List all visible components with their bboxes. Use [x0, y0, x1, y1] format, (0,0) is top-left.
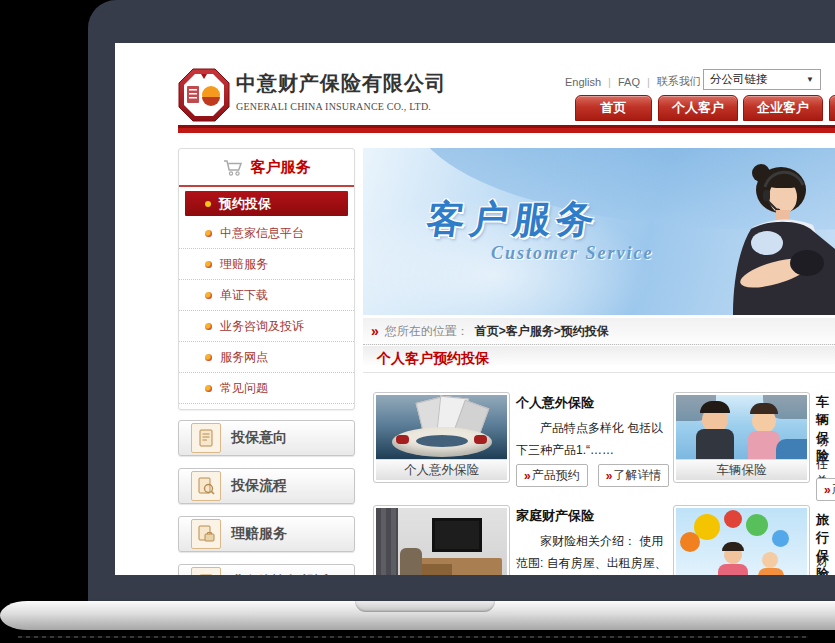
nav-tab-home[interactable]: 首页	[575, 95, 652, 121]
product-description-fragment: 财产	[816, 553, 835, 575]
sidebar-title-label: 客户服务	[251, 158, 311, 177]
travel-insurance-image	[676, 508, 807, 575]
sidebar-item-zhongyi-platform[interactable]: 中意家信息平台	[179, 218, 354, 249]
sidebar-item-reserve-insure[interactable]: 预约投保	[185, 191, 348, 216]
bullet-icon	[205, 201, 211, 207]
product-text-personal-accident: 个人意外保险 产品特点多样化 包括以下三种产品1.“……	[516, 394, 666, 461]
breadcrumb-path[interactable]: 首页>客户服务>预约投保	[475, 323, 609, 340]
branch-links-dropdown[interactable]: 分公司链接 ▼	[703, 69, 821, 90]
separator: |	[608, 76, 611, 88]
product-image-caption: 个人意外保险	[376, 459, 507, 480]
bullet-icon	[205, 261, 212, 268]
separator: |	[647, 76, 650, 88]
product-title: 家庭财产保险	[516, 507, 668, 525]
sidebar-item-service-network[interactable]: 服务网点	[179, 342, 354, 373]
product-reserve-button-clipped[interactable]: » 产品预约	[816, 478, 835, 501]
sidebar-title: 客户服务	[179, 149, 354, 187]
quick-link-consult-complaint[interactable]: 业务咨询与投诉	[178, 564, 355, 575]
double-arrow-icon: »	[824, 483, 831, 497]
sidebar: 客户服务 预约投保 中意家信息平台 理赔服务	[178, 148, 355, 410]
laptop-bezel: 中意财产保险有限公司 GENERALI CHINA INSURANCE CO.,…	[88, 0, 835, 601]
banner-title-en: Customer Service	[491, 243, 654, 264]
sidebar-item-faq[interactable]: 常见问题	[179, 373, 354, 404]
nav-tab-partial[interactable]	[829, 95, 835, 121]
quick-link-insure-intent[interactable]: 投保意向	[178, 420, 355, 456]
product-text-home-property: 家庭财产保险 家财险相关介绍： 使用范围: 自有房屋、出租房屋、其	[516, 507, 668, 575]
nav-tab-corporate[interactable]: 企业客户	[743, 95, 823, 121]
double-arrow-icon: »	[606, 469, 613, 483]
banner-title-cn: 客户服务	[423, 194, 602, 245]
bullet-icon	[205, 230, 212, 237]
link-contact-us[interactable]: 联系我们	[657, 74, 701, 89]
sidebar-item-claims-service[interactable]: 理赔服务	[179, 249, 354, 280]
double-arrow-icon: »	[524, 469, 531, 483]
sidebar-item-consult-complaint[interactable]: 业务咨询及投诉	[179, 311, 354, 342]
product-card-personal-accident[interactable]: 个人意外保险	[373, 392, 510, 483]
page-title: 个人客户预约投保	[377, 350, 489, 368]
main-content: 客户服务 Customer Service	[363, 148, 835, 575]
product-title: 个人意外保险	[516, 394, 666, 412]
nav-tab-personal[interactable]: 个人客户	[658, 95, 738, 121]
laptop-shadow	[18, 636, 808, 638]
breadcrumb: » 您所在的位置： 首页>客户服务>预约投保	[363, 318, 835, 345]
product-detail-button[interactable]: » 了解详情	[598, 464, 670, 487]
generali-octagon-logo	[178, 68, 230, 122]
quick-link-claims-service[interactable]: 理赔服务	[178, 516, 355, 552]
screen: 中意财产保险有限公司 GENERALI CHINA INSURANCE CO.,…	[115, 43, 835, 575]
caret-down-icon: ▼	[806, 75, 814, 84]
vehicle-insurance-image	[676, 395, 807, 459]
cart-icon	[223, 159, 243, 176]
doc-search-icon	[191, 471, 221, 501]
customer-service-menu: 客户服务 预约投保 中意家信息平台 理赔服务	[178, 148, 355, 410]
bullet-icon	[205, 323, 212, 330]
laptop-mockup: 中意财产保险有限公司 GENERALI CHINA INSURANCE CO.,…	[0, 0, 835, 643]
quick-link-insure-process[interactable]: 投保流程	[178, 468, 355, 504]
top-utility-links: English | FAQ | 联系我们	[565, 74, 701, 89]
form-icon	[191, 423, 221, 453]
product-description: 家财险相关介绍： 使用范围: 自有房屋、出租房屋、其	[516, 531, 668, 575]
link-faq[interactable]: FAQ	[618, 76, 640, 88]
personal-accident-image	[376, 395, 507, 459]
breadcrumb-prefix: 您所在的位置：	[385, 323, 469, 340]
customer-service-agent-image	[717, 163, 835, 315]
customer-service-banner: 客户服务 Customer Service	[363, 148, 835, 315]
product-image-caption: 车辆保险	[676, 459, 807, 480]
company-identity: 中意财产保险有限公司 GENERALI CHINA INSURANCE CO.,…	[236, 70, 446, 112]
section-title-bar: 个人客户预约投保	[363, 346, 835, 373]
product-buttons: » 产品预约 » 了解详情	[516, 464, 669, 487]
header-red-bar	[178, 125, 835, 133]
laptop-base-notch	[355, 601, 495, 612]
company-name-en: GENERALI CHINA INSURANCE CO., LTD.	[236, 101, 446, 112]
home-property-image	[376, 508, 507, 575]
dropdown-value: 分公司链接	[710, 72, 768, 87]
product-reserve-button[interactable]: » 产品预约	[516, 464, 588, 487]
product-card-home-property[interactable]	[373, 505, 510, 575]
laptop-base	[0, 601, 835, 630]
doc-case-icon	[191, 519, 221, 549]
bullet-icon	[205, 292, 212, 299]
product-card-vehicle[interactable]: 车辆保险	[673, 392, 810, 483]
product-description: 产品特点多样化 包括以下三种产品1.“……	[516, 418, 666, 461]
product-card-travel[interactable]	[673, 505, 810, 575]
breadcrumb-marker-icon: »	[371, 323, 379, 339]
doc-feedback-icon	[191, 567, 221, 575]
bullet-icon	[205, 385, 212, 392]
sidebar-item-doc-download[interactable]: 单证下载	[179, 280, 354, 311]
bullet-icon	[205, 354, 212, 361]
company-name-cn: 中意财产保险有限公司	[236, 70, 446, 97]
link-english[interactable]: English	[565, 76, 601, 88]
